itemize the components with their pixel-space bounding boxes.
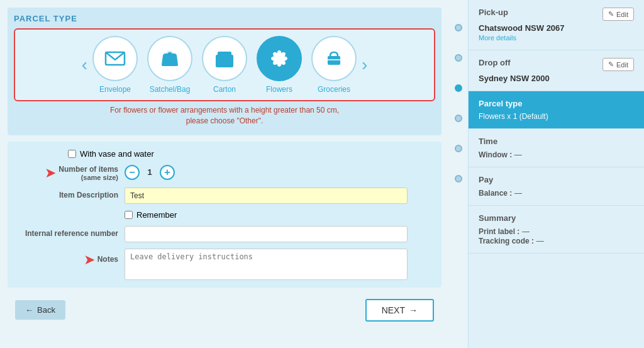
pickup-header-row: Pick-up ✎ Edit — [479, 8, 634, 21]
summary-tracking: Tracking code : — — [479, 236, 634, 245]
parcel-type-title: Parcel type — [479, 99, 634, 108]
bottom-bar: ← Back NEXT → — [8, 294, 441, 327]
dropoff-address: Sydney NSW 2000 — [479, 74, 634, 83]
envelope-icon-circle — [92, 36, 138, 81]
edit-icon-pickup: ✎ — [608, 10, 614, 18]
timeline-dot-1 — [455, 24, 462, 31]
internal-ref-input[interactable] — [125, 226, 408, 242]
qty-value: 1 — [143, 167, 156, 177]
arrow-notes: ➤ — [84, 252, 95, 268]
pay-section: Pay Balance : — — [469, 167, 644, 206]
satchel-icon-circle — [147, 36, 192, 81]
next-arrow-icon: → — [409, 305, 418, 315]
pickup-more-details[interactable]: More details — [479, 34, 516, 42]
dropoff-edit-button[interactable]: ✎ Edit — [602, 58, 634, 71]
item-desc-label: Item Description — [18, 188, 118, 199]
dropoff-header-row: Drop off ✎ Edit — [479, 58, 634, 71]
time-title: Time — [479, 137, 634, 146]
parcel-item-groceries[interactable]: Groceries — [311, 36, 357, 94]
flowers-icon-circle — [257, 36, 302, 81]
carton-label: Carton — [213, 85, 236, 94]
summary-section: Summary Print label : — Tracking code : … — [469, 206, 644, 254]
groceries-label: Groceries — [318, 85, 350, 94]
timeline-dot-6 — [455, 175, 462, 182]
summary-print: Print label : — — [479, 227, 634, 236]
qty-increase-btn[interactable]: + — [160, 165, 175, 180]
internal-ref-label: Internal reference number — [18, 226, 118, 238]
parcel-item-carton[interactable]: Carton — [202, 36, 247, 94]
parcel-item-flowers[interactable]: Flowers — [257, 36, 302, 94]
parcel-type-panel: PARCEL TYPE ‹ Envelope — [8, 8, 441, 135]
pickup-edit-button[interactable]: ✎ Edit — [602, 8, 634, 21]
timeline-dot-2 — [455, 54, 462, 62]
notes-textarea[interactable] — [125, 249, 408, 280]
vase-water-row: With vase and water — [18, 149, 431, 159]
num-items-label: Number of items — [58, 165, 118, 174]
pickup-title: Pick-up — [479, 8, 508, 17]
remember-row: Remember — [18, 210, 431, 220]
envelope-label: Envelope — [99, 85, 131, 94]
num-items-row: ➤ Number of items (same size) − 1 + — [18, 165, 431, 181]
time-window: Window : — — [479, 150, 634, 159]
pickup-section: Pick-up ✎ Edit Chatswood NSW 2067 More d… — [469, 0, 644, 50]
info-text: For flowers or flower arrangements with … — [14, 105, 435, 126]
back-button[interactable]: ← Back — [15, 300, 65, 320]
right-panel: Pick-up ✎ Edit Chatswood NSW 2067 More d… — [449, 0, 644, 348]
satchel-label: Satchel/Bag — [150, 85, 191, 94]
dropoff-section: Drop off ✎ Edit Sydney NSW 2000 — [469, 50, 644, 91]
dropoff-title: Drop off — [479, 58, 511, 67]
parcel-items-list: Envelope Satchel/Bag — [92, 36, 357, 94]
vase-water-label: With vase and water — [80, 149, 154, 159]
svg-rect-15 — [328, 56, 340, 65]
timeline-dot-5 — [455, 145, 462, 152]
timeline-dot-3-active — [455, 84, 462, 92]
remember-checkbox[interactable] — [125, 211, 133, 219]
next-button[interactable]: NEXT → — [365, 299, 434, 322]
internal-ref-row: Internal reference number — [18, 226, 431, 242]
vase-water-checkbox[interactable] — [68, 150, 76, 158]
parcel-carousel: ‹ Envelope — [14, 28, 435, 101]
notes-row: ➤ Notes — [18, 249, 431, 280]
pay-title: Pay — [479, 175, 634, 184]
timeline-dot-4 — [455, 115, 462, 122]
time-section: Time Window : — — [469, 129, 644, 167]
quantity-controls: − 1 + — [125, 165, 175, 180]
parcel-item-envelope[interactable]: Envelope — [92, 36, 138, 94]
svg-rect-2 — [218, 52, 231, 56]
parcel-item-satchel[interactable]: Satchel/Bag — [147, 36, 192, 94]
pay-balance: Balance : — — [479, 188, 634, 198]
form-panel: With vase and water ➤ Number of items (s… — [8, 142, 441, 288]
carousel-prev[interactable]: ‹ — [77, 55, 92, 75]
sidebar: Pick-up ✎ Edit Chatswood NSW 2067 More d… — [468, 0, 644, 348]
carton-icon-circle — [202, 36, 247, 81]
parcel-type-value: Flowers x 1 (Default) — [479, 112, 634, 121]
flowers-label: Flowers — [266, 85, 292, 94]
edit-icon-dropoff: ✎ — [608, 60, 614, 69]
panel-title: PARCEL TYPE — [14, 14, 435, 23]
qty-decrease-btn[interactable]: − — [125, 165, 140, 180]
groceries-icon-circle — [311, 36, 357, 81]
arrow-num-items: ➤ — [45, 165, 56, 181]
item-desc-input[interactable] — [125, 188, 408, 204]
item-desc-row: Item Description — [18, 188, 431, 204]
timeline — [449, 0, 468, 348]
pickup-address: Chatswood NSW 2067 — [479, 23, 634, 33]
summary-title: Summary — [479, 213, 634, 223]
carousel-next[interactable]: › — [357, 55, 372, 75]
notes-label: Notes — [97, 252, 118, 264]
back-arrow-icon: ← — [25, 305, 33, 315]
remember-label: Remember — [136, 210, 177, 220]
parcel-type-section: Parcel type Flowers x 1 (Default) — [469, 91, 644, 129]
num-items-sublabel: (same size) — [58, 174, 118, 181]
